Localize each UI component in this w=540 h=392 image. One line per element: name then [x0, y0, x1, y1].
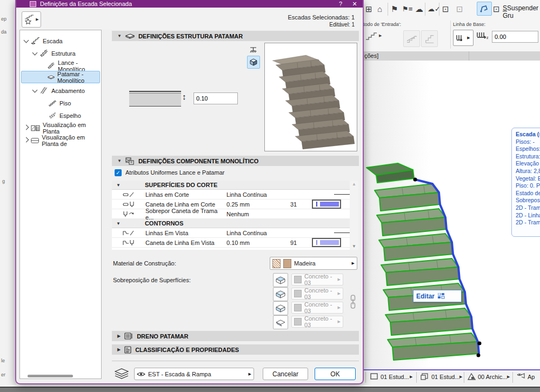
- help-button[interactable]: ?: [335, 0, 346, 8]
- pen-color-swatch[interactable]: [312, 238, 341, 247]
- front-surface-dropdown[interactable]: Concreto - 03 ▶: [291, 288, 343, 300]
- tree-item-piso[interactable]: Piso: [20, 97, 101, 109]
- tree-horizontal-scrollbar[interactable]: [28, 375, 73, 377]
- home-view-icon[interactable]: ⌂: [377, 3, 382, 15]
- tree-item-label: Piso: [59, 100, 71, 107]
- baseline-position-button[interactable]: ▶: [453, 30, 474, 46]
- tree-item-visualizacao-planta[interactable]: Visualização em Planta: [20, 122, 101, 134]
- chevron-down-icon[interactable]: [24, 37, 29, 43]
- scroll-up-icon[interactable]: ▲: [350, 182, 358, 187]
- side-surface-dropdown[interactable]: Concreto - 03 ▶: [291, 302, 343, 314]
- group-header-label: SUPERFÍCIES DO CORTE: [145, 182, 217, 188]
- front-surface-toggle-button[interactable]: [273, 287, 288, 301]
- stair-tool-button-1[interactable]: [403, 30, 420, 47]
- entry-method-dropdown[interactable]: ▶: [365, 31, 382, 41]
- baseline-offset-input[interactable]: [492, 31, 538, 43]
- stair-node[interactable]: [478, 342, 482, 346]
- polyline-edit-button[interactable]: [477, 2, 492, 16]
- preview-3d-toggle-button[interactable]: [247, 56, 260, 69]
- tree-item-escada[interactable]: Escada: [20, 35, 101, 47]
- override-pen-row[interactable]: Sobrepor Caneta de Trama e... Nenhum: [112, 209, 350, 219]
- view-lines-row[interactable]: Linhas Em Vista Linha Contínua: [112, 228, 350, 238]
- table-scrollbar[interactable]: ▲ ▼: [350, 181, 358, 250]
- top-surface-dropdown[interactable]: Concreto - 03 ▶: [291, 274, 343, 285]
- dropdown-arrow-icon: ▶: [379, 34, 382, 38]
- flag-icon[interactable]: ⚑: [391, 3, 398, 15]
- thickness-input[interactable]: [194, 92, 238, 104]
- dropdown-arrow-icon: ▶: [352, 261, 355, 265]
- svg-text:z: z: [486, 36, 489, 39]
- structure-section-header[interactable]: ▼ DEFINIÇÕES ESTRUTURA PATAMAR: [112, 31, 359, 41]
- tree-item-patamar-selected[interactable]: Patamar - Monolítico: [21, 71, 100, 83]
- tree-item-estrutura[interactable]: Estrutura: [20, 47, 101, 59]
- landing-3d-preview[interactable]: [264, 43, 357, 151]
- layer-dropdown[interactable]: EST - Escada & Rampa ▶: [134, 368, 254, 380]
- chevron-right-icon[interactable]: [24, 137, 29, 142]
- contours-group-header[interactable]: ▼ CONTORNOS: [112, 219, 350, 228]
- cancel-button[interactable]: Cancelar: [263, 368, 308, 380]
- camera-tab-icon: [517, 373, 525, 380]
- tab-menu-arrow[interactable]: ▶: [410, 375, 412, 379]
- tree-item-espelho[interactable]: Espelho: [20, 109, 101, 122]
- tab-menu-arrow[interactable]: ▶: [459, 375, 462, 379]
- stair-node[interactable]: [477, 354, 481, 357]
- favorites-button[interactable]: ▶: [22, 11, 41, 28]
- clipped-text: le: [1, 358, 5, 363]
- uniform-attributes-checkbox[interactable]: ✓: [115, 169, 122, 176]
- dialog-titlebar[interactable]: Definições da Escada Selecionada ? ✕: [16, 0, 363, 8]
- side-surface-toggle-button[interactable]: [273, 301, 288, 315]
- close-button[interactable]: ✕: [349, 0, 361, 8]
- tab-label[interactable]: 00 Archic...: [478, 374, 507, 380]
- chevron-right-icon[interactable]: [24, 124, 29, 130]
- section-view-toggle-button[interactable]: [247, 44, 259, 56]
- classification-section-header[interactable]: ▶ CLASSIFICAÇÃO E PROPRIEDADES: [112, 344, 359, 355]
- tree-item-visualizacao-planta-de[interactable]: Visualização em Planta de: [20, 134, 101, 147]
- drain-section-header[interactable]: ▶ DRENO PATAMAR: [112, 331, 359, 341]
- ungroup-icon[interactable]: ⊡: [456, 3, 463, 15]
- autogroup-icon[interactable]: ⊡: [493, 3, 500, 15]
- pen-color-swatch[interactable]: [312, 200, 341, 209]
- cut-lines-row[interactable]: Linhas em Corte Linha Contínua: [112, 190, 350, 200]
- surface-swatch: [294, 276, 302, 283]
- tree-item-acabamento[interactable]: Acabamento: [20, 84, 101, 97]
- ok-button[interactable]: OK: [315, 368, 356, 380]
- top-surface-toggle-button[interactable]: [273, 273, 288, 287]
- footer-separator: [112, 361, 359, 361]
- tab-label[interactable]: Ap: [528, 374, 535, 380]
- selected-stair-3d[interactable]: [364, 160, 488, 364]
- row-label: Sobrepor Caneta de Trama e...: [145, 208, 226, 221]
- polyline-icon: [480, 5, 489, 12]
- dropdown-arrow-icon: ▶: [338, 320, 341, 324]
- suspend-groups-button[interactable]: SSuspender Gru: [503, 4, 540, 19]
- chevron-down-icon[interactable]: [32, 87, 38, 92]
- tab-menu-arrow[interactable]: ▶: [507, 375, 510, 379]
- bottom-surface-toggle-button[interactable]: [273, 315, 288, 329]
- material-dropdown[interactable]: Madeira ▶: [270, 257, 357, 270]
- baseline-offset-icon[interactable]: z: [477, 32, 490, 41]
- info-line: Pisos: -: [516, 138, 540, 146]
- component-section-header[interactable]: ▼ DEFINIÇÕES COMPONENTE MONOLÍTICO: [112, 156, 359, 166]
- link-surfaces-button[interactable]: [347, 279, 358, 324]
- stair-tool-button-2[interactable]: [421, 30, 438, 47]
- info-line: Vegetal: EST: [516, 175, 540, 183]
- slab-side-face-icon: [275, 304, 286, 313]
- tab-separator: [416, 372, 417, 383]
- fit-window-icon[interactable]: ⊞: [365, 3, 372, 15]
- surface-swatch: [294, 290, 302, 297]
- bottom-surface-dropdown[interactable]: Concreto - 03 ▶: [291, 316, 343, 328]
- info-line: 2D - Linhas: [516, 212, 540, 220]
- flag-list-icon[interactable]: ⚑≡: [402, 3, 412, 15]
- cut-surfaces-group-header[interactable]: ▼ SUPERFÍCIES DO CORTE: [112, 181, 350, 190]
- edit-tooltip-button[interactable]: Editar: [413, 290, 462, 302]
- slab-bottom-face-icon: [275, 318, 286, 327]
- cloud-icon[interactable]: ☁: [415, 3, 423, 15]
- tab-label[interactable]: 01 Estud...: [431, 374, 460, 380]
- view-pen-row[interactable]: Caneta de Linha Em Vista 0.10 mm 91: [112, 238, 350, 248]
- tab-label[interactable]: 01 Estud...: [381, 374, 409, 380]
- scroll-down-icon[interactable]: ▼: [350, 244, 358, 249]
- suspend-groups-label: Suspender Gru: [503, 4, 538, 19]
- stair-node[interactable]: [414, 178, 417, 182]
- group-icon[interactable]: ⊡: [442, 3, 449, 15]
- stair-parts-tree: Escada Estrutura Lance - Monolítico Pata…: [19, 30, 102, 379]
- chevron-down-icon[interactable]: [32, 50, 38, 55]
